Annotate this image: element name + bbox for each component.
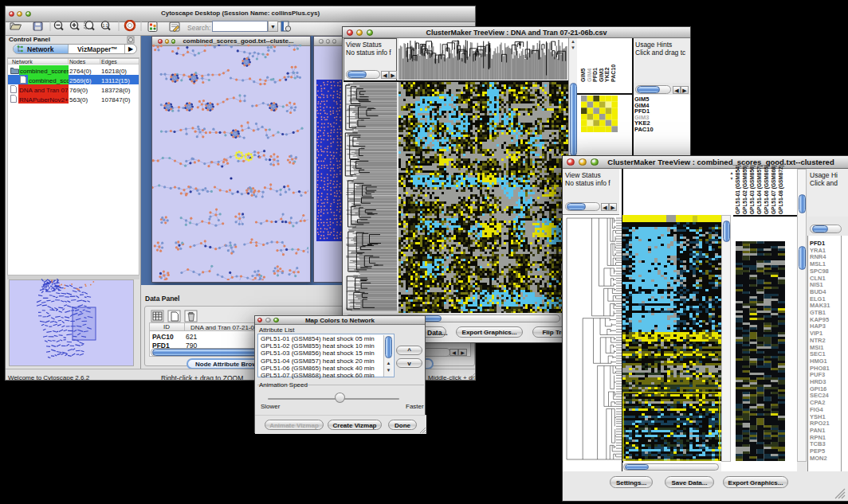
svg-text:1:1: 1:1 <box>103 23 108 28</box>
